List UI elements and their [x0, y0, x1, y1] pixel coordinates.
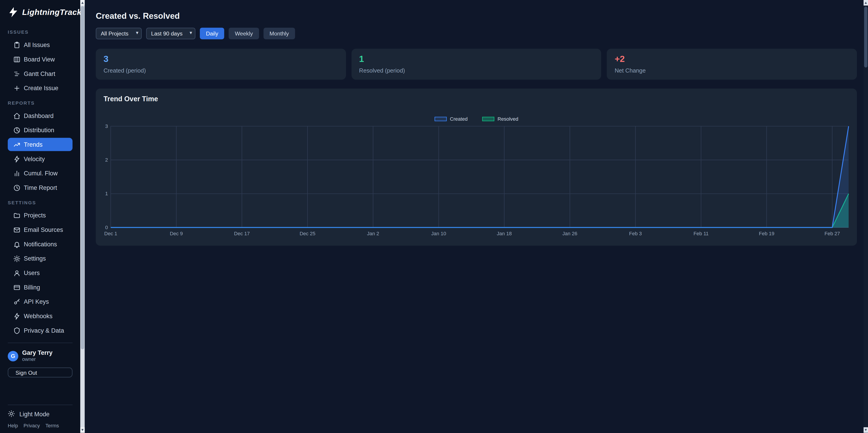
range-select[interactable]: Last 90 days	[146, 28, 195, 39]
scroll-down-arrow[interactable]	[80, 427, 85, 433]
svg-text:Jan 26: Jan 26	[562, 231, 577, 237]
sidebar-item-settings[interactable]: Settings	[8, 252, 72, 265]
gear-icon	[13, 255, 21, 262]
svg-text:Dec 25: Dec 25	[300, 231, 315, 237]
sun-icon	[8, 410, 15, 417]
svg-text:Jan 18: Jan 18	[497, 231, 512, 237]
svg-text:2: 2	[105, 157, 108, 163]
sidebar-item-label: Projects	[24, 212, 46, 219]
sidebar-item-distribution[interactable]: Distribution	[8, 123, 72, 137]
gantt-bars-icon	[13, 70, 21, 77]
resolved-legend-swatch	[482, 117, 494, 121]
user-name: Gary Terry	[22, 349, 53, 357]
sidebar-item-board-view[interactable]: Board View	[8, 53, 72, 66]
clipboard-icon	[13, 41, 21, 49]
chart-title: Trend Over Time	[103, 95, 849, 103]
stat-card-created: 3 Created (period)	[96, 49, 346, 80]
user-info: G Gary Terry owner	[8, 349, 72, 363]
svg-text:Dec 9: Dec 9	[170, 231, 183, 237]
sidebar-item-velocity[interactable]: Velocity	[8, 152, 72, 165]
sidebar-item-billing[interactable]: Billing	[8, 281, 72, 294]
stat-label: Net Change	[615, 67, 849, 73]
bar-chart-icon	[13, 170, 21, 177]
main-content: Created vs. Resolved All Projects Last 9…	[85, 0, 864, 433]
svg-text:3: 3	[105, 125, 108, 129]
svg-text:Feb 3: Feb 3	[629, 231, 642, 237]
sidebar-item-label: Notifications	[24, 241, 57, 247]
legend-item-created: Created	[434, 116, 468, 122]
sidebar-item-cumul-flow[interactable]: Cumul. Flow	[8, 166, 72, 180]
granularity-monthly-button[interactable]: Monthly	[264, 28, 295, 39]
svg-text:0: 0	[105, 225, 108, 230]
trend-line-chart: Dec 1Dec 9Dec 17Dec 25Jan 2Jan 10Jan 18J…	[103, 125, 849, 238]
svg-text:Feb 11: Feb 11	[693, 231, 709, 237]
mail-icon	[13, 226, 21, 233]
section-label-reports: REPORTS	[8, 100, 72, 105]
scrollbar-thumb[interactable]	[864, 6, 868, 67]
sidebar-item-api-keys[interactable]: API Keys	[8, 295, 72, 308]
sidebar-item-label: Trends	[24, 141, 42, 148]
sidebar-scrollbar[interactable]	[80, 0, 85, 433]
scroll-down-arrow[interactable]	[864, 427, 868, 433]
chart-legend: Created Resolved	[103, 116, 849, 122]
stat-card-net-change: +2 Net Change	[607, 49, 857, 80]
sidebar-item-privacy-data[interactable]: Privacy & Data	[8, 324, 72, 337]
sidebar-item-notifications[interactable]: Notifications	[8, 238, 72, 251]
bell-icon	[13, 241, 21, 248]
sidebar-item-webhooks[interactable]: Webhooks	[8, 309, 72, 323]
sidebar-item-label: Webhooks	[24, 313, 53, 319]
stat-label: Created (period)	[103, 67, 338, 73]
sidebar-item-create-issue[interactable]: Create Issue	[8, 81, 72, 95]
lightning-logo-icon	[8, 6, 19, 18]
theme-toggle[interactable]: Light Mode	[8, 410, 72, 417]
stat-value: 1	[359, 54, 594, 64]
created-legend-swatch	[434, 117, 447, 121]
sidebar-item-label: Users	[24, 270, 39, 276]
scroll-up-arrow[interactable]	[864, 0, 868, 5]
trending-up-icon	[13, 141, 21, 148]
sidebar-item-label: Email Sources	[24, 226, 63, 233]
shield-icon	[13, 327, 21, 334]
sidebar-item-all-issues[interactable]: All Issues	[8, 38, 72, 52]
app-logo: LightningTrack	[8, 6, 72, 18]
granularity-weekly-button[interactable]: Weekly	[229, 28, 259, 39]
avatar: G	[8, 350, 18, 361]
stat-cards: 3 Created (period) 1 Resolved (period) +…	[96, 49, 857, 80]
sidebar-item-label: Privacy & Data	[24, 327, 64, 334]
user-icon	[13, 269, 21, 276]
stat-value: +2	[615, 54, 849, 64]
privacy-link[interactable]: Privacy	[24, 423, 40, 428]
legend-label: Created	[450, 116, 467, 122]
user-role: owner	[22, 357, 53, 363]
sidebar-item-trends[interactable]: Trends	[8, 138, 72, 151]
project-select[interactable]: All Projects	[96, 28, 142, 39]
sidebar-item-time-report[interactable]: Time Report	[8, 181, 72, 194]
page-scrollbar[interactable]	[864, 0, 868, 433]
scroll-up-arrow[interactable]	[80, 0, 85, 5]
sidebar-item-dashboard[interactable]: Dashboard	[8, 109, 72, 122]
help-link[interactable]: Help	[8, 423, 18, 428]
sidebar-item-label: Time Report	[24, 184, 57, 191]
svg-text:1: 1	[105, 191, 108, 196]
sidebar-item-email-sources[interactable]: Email Sources	[8, 223, 72, 237]
scrollbar-thumb[interactable]	[81, 6, 84, 349]
terms-link[interactable]: Terms	[45, 423, 59, 428]
svg-text:Feb 27: Feb 27	[825, 231, 840, 237]
project-select-wrap: All Projects	[96, 28, 142, 39]
clock-icon	[13, 184, 21, 191]
sidebar-divider	[8, 404, 72, 405]
app-window: LightningTrack ISSUES All Issues Board V…	[0, 0, 868, 433]
sidebar-item-gantt-chart[interactable]: Gantt Chart	[8, 67, 72, 80]
sidebar-item-projects[interactable]: Projects	[8, 209, 72, 222]
sidebar-item-label: Settings	[24, 255, 46, 262]
svg-text:Jan 2: Jan 2	[367, 231, 379, 237]
legend-label: Resolved	[498, 116, 518, 122]
pie-chart-icon	[13, 127, 21, 134]
sidebar-item-label: Distribution	[24, 127, 54, 133]
svg-text:Dec 17: Dec 17	[234, 231, 250, 237]
granularity-daily-button[interactable]: Daily	[200, 28, 224, 39]
sidebar-item-users[interactable]: Users	[8, 266, 72, 280]
home-icon	[13, 112, 21, 119]
sign-out-button[interactable]: Sign Out	[8, 368, 72, 377]
app-title: LightningTrack	[22, 8, 80, 17]
